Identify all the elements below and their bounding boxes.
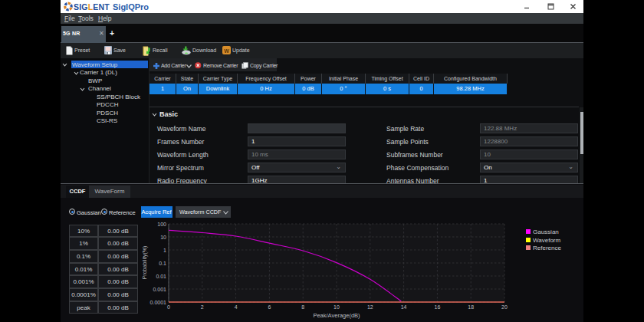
svg-text:Peak/Average(dB): Peak/Average(dB) — [313, 312, 360, 319]
svg-text:10: 10 — [334, 304, 340, 310]
svg-text:14: 14 — [401, 304, 407, 310]
svg-text:2: 2 — [201, 304, 204, 310]
svg-text:6: 6 — [268, 304, 271, 310]
svg-text:0.1: 0.1 — [159, 261, 166, 266]
svg-text:0.0001: 0.0001 — [150, 300, 167, 305]
svg-text:18: 18 — [468, 304, 474, 310]
svg-text:16: 16 — [435, 304, 441, 310]
svg-text:20: 20 — [501, 304, 508, 310]
svg-text:W: W — [224, 48, 229, 54]
svg-text:0.01: 0.01 — [156, 274, 166, 279]
svg-text:4: 4 — [235, 304, 238, 310]
svg-text:0.001: 0.001 — [153, 287, 166, 292]
svg-text:12: 12 — [367, 304, 373, 310]
svg-text:8: 8 — [301, 304, 304, 310]
svg-text:100: 100 — [157, 222, 166, 227]
svg-text:0: 0 — [167, 304, 170, 310]
svg-text:1: 1 — [163, 248, 166, 253]
svg-text:10: 10 — [160, 235, 166, 240]
